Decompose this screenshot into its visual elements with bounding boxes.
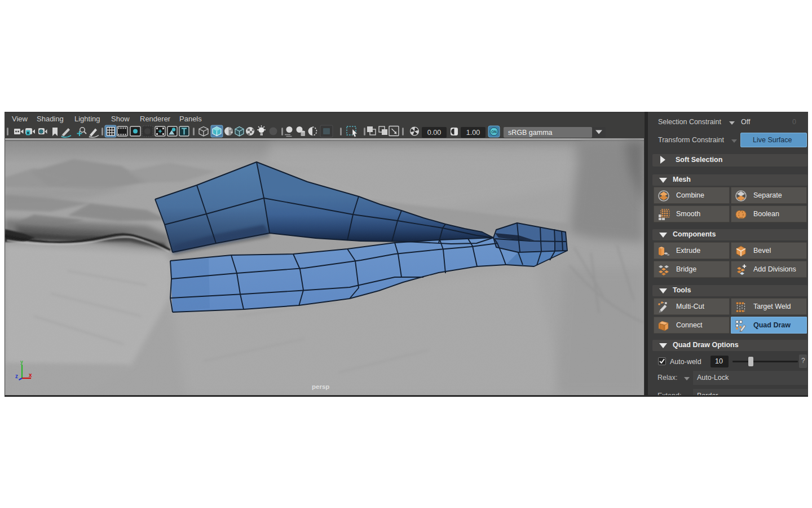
svg-text:ON: ON — [491, 130, 497, 134]
svg-text:y: y — [20, 359, 23, 365]
svg-text:x: x — [29, 372, 32, 378]
svg-text:persp: persp — [312, 383, 329, 390]
svg-text:1.00: 1.00 — [466, 129, 480, 137]
svg-text:z: z — [15, 373, 18, 379]
svg-text:sRGB gamma: sRGB gamma — [508, 129, 553, 137]
svg-text:0.00: 0.00 — [427, 129, 441, 137]
